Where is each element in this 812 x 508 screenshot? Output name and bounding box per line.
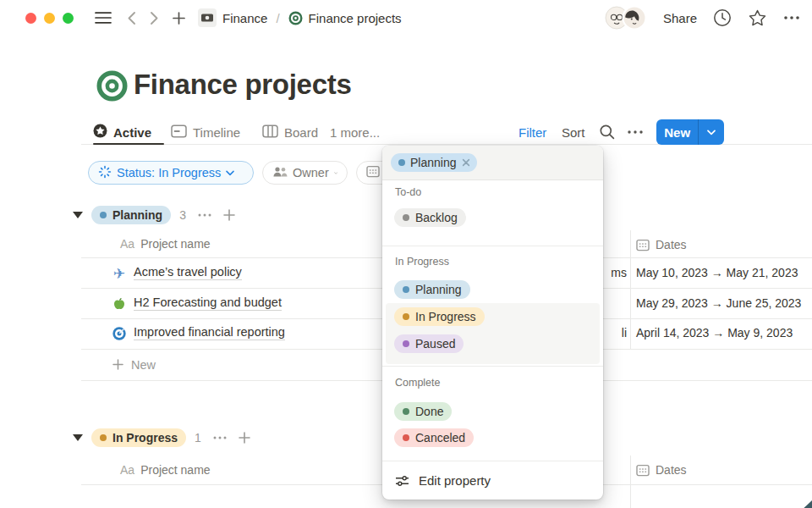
- column-divider: [630, 456, 631, 508]
- new-record-split-button: New: [656, 119, 724, 145]
- project-name-link[interactable]: Acme’s travel policy: [134, 265, 242, 280]
- owner-filter-pill[interactable]: Owner: [262, 161, 348, 185]
- status-dot: [403, 340, 409, 347]
- group-header-in-progress: In Progress 1: [73, 426, 250, 450]
- dates-cell[interactable]: May 10, 2023 → May 21, 2023: [636, 266, 798, 279]
- status-filter-label: Status: In Progress: [117, 166, 221, 179]
- topbar: Finance / Finance projects Share: [0, 0, 812, 36]
- option-canceled[interactable]: Canceled: [394, 428, 474, 447]
- group-count: 1: [195, 431, 201, 444]
- group-status-tag[interactable]: In Progress: [91, 428, 186, 447]
- status-dot: [403, 286, 409, 293]
- column-header-dates[interactable]: Dates: [636, 238, 687, 251]
- status-dot: [100, 212, 107, 218]
- menu-divider: [382, 246, 603, 246]
- chevron-down-icon: [334, 170, 337, 176]
- tab-label: Active: [113, 125, 151, 140]
- tab-timeline-view[interactable]: Timeline: [171, 119, 240, 145]
- nav-forward-icon[interactable]: [150, 11, 159, 25]
- dates-cell[interactable]: April 14, 2023 → May 9, 2023: [636, 326, 793, 340]
- star-circle-icon: [93, 124, 107, 141]
- nav-back-icon[interactable]: [127, 11, 136, 25]
- window-minimize-button[interactable]: [44, 13, 55, 24]
- page-title: Finance projects: [134, 69, 351, 101]
- tab-label: Timeline: [193, 125, 240, 140]
- status-filter-pill[interactable]: Status: In Progress: [88, 161, 254, 185]
- share-button[interactable]: Share: [663, 11, 697, 25]
- corner-illustration: [802, 500, 812, 508]
- bullseye-icon: [288, 11, 303, 25]
- column-divider: [630, 230, 631, 349]
- status-burst-icon: [98, 165, 112, 181]
- breadcrumb-separator: /: [276, 11, 279, 25]
- timeline-icon: [171, 124, 187, 141]
- group-status-tag[interactable]: Planning: [91, 206, 171, 224]
- view-options-icon[interactable]: [627, 119, 644, 145]
- tab-board-view[interactable]: Board: [262, 119, 318, 145]
- finance-page-icon[interactable]: [198, 8, 217, 27]
- status-filter-menu: Planning To-do Backlog In Progress Plann…: [382, 146, 603, 500]
- status-dot: [398, 159, 405, 166]
- collaborator-avatars[interactable]: [605, 6, 647, 30]
- column-header-name[interactable]: Project name: [140, 237, 210, 251]
- calendar-icon: [636, 464, 650, 477]
- updates-clock-icon[interactable]: [713, 8, 732, 27]
- tab-active-view[interactable]: Active: [93, 119, 151, 145]
- text-property-icon: Aa: [120, 237, 134, 251]
- edit-property-button[interactable]: Edit property: [382, 461, 603, 500]
- new-page-icon[interactable]: [173, 12, 185, 25]
- sidebar-toggle-icon[interactable]: [95, 11, 112, 25]
- airplane-icon: ✈: [112, 266, 127, 281]
- collapse-triangle-icon[interactable]: [73, 212, 83, 218]
- option-paused[interactable]: Paused: [394, 334, 464, 353]
- tab-label: Board: [284, 125, 318, 140]
- breadcrumb-current[interactable]: Finance projects: [309, 11, 402, 25]
- search-icon[interactable]: [599, 119, 616, 145]
- window-zoom-button[interactable]: [63, 13, 74, 24]
- calendar-icon: [636, 239, 650, 251]
- project-name-link[interactable]: Improved financial reporting: [134, 325, 285, 340]
- plus-icon: [112, 359, 123, 370]
- menu-divider: [382, 366, 603, 367]
- status-dot: [403, 434, 409, 441]
- option-backlog[interactable]: Backlog: [394, 208, 466, 227]
- filter-button[interactable]: Filter: [518, 119, 546, 145]
- group-count: 3: [179, 208, 186, 222]
- dates-cell[interactable]: May 29, 2023 → June 25, 2023: [636, 296, 801, 310]
- page-title-icon[interactable]: [96, 70, 128, 105]
- section-label-in-progress: In Progress: [395, 256, 449, 268]
- option-in-progress[interactable]: In Progress: [394, 307, 485, 326]
- column-header-name[interactable]: Project name: [140, 463, 210, 477]
- topbar-right: Share: [605, 6, 800, 30]
- new-button[interactable]: New: [656, 119, 698, 145]
- tab-more-views[interactable]: 1 more...: [330, 119, 380, 145]
- text-property-icon: Aa: [120, 463, 134, 477]
- section-label-complete: Complete: [395, 377, 441, 389]
- group-more-icon[interactable]: [213, 436, 227, 439]
- more-options-icon[interactable]: [783, 15, 800, 20]
- edit-property-label: Edit property: [419, 473, 491, 488]
- selected-status-chip[interactable]: Planning: [391, 153, 477, 172]
- option-planning[interactable]: Planning: [394, 280, 470, 299]
- board-icon: [262, 124, 278, 141]
- group-more-icon[interactable]: [198, 213, 211, 217]
- group-add-icon[interactable]: [223, 209, 235, 221]
- status-dot: [100, 434, 107, 441]
- section-label-todo: To-do: [395, 186, 421, 198]
- remove-chip-icon[interactable]: [462, 158, 470, 167]
- sort-button[interactable]: Sort: [562, 119, 585, 145]
- option-done[interactable]: Done: [394, 402, 452, 421]
- green-apple-icon: [112, 296, 127, 312]
- status-dot: [403, 408, 409, 415]
- active-tab-underline: [93, 143, 164, 145]
- people-icon: [272, 166, 288, 180]
- breadcrumb-workspace[interactable]: Finance: [222, 11, 267, 25]
- group-add-icon[interactable]: [239, 432, 250, 444]
- group-header-planning: Planning 3: [73, 203, 235, 227]
- project-name-link[interactable]: H2 Forecasting and budget: [134, 295, 282, 311]
- window-close-button[interactable]: [25, 13, 36, 24]
- new-button-dropdown[interactable]: [698, 119, 724, 145]
- collapse-triangle-icon[interactable]: [73, 434, 83, 441]
- favorite-star-icon[interactable]: [748, 8, 767, 27]
- column-header-dates[interactable]: Dates: [636, 463, 687, 477]
